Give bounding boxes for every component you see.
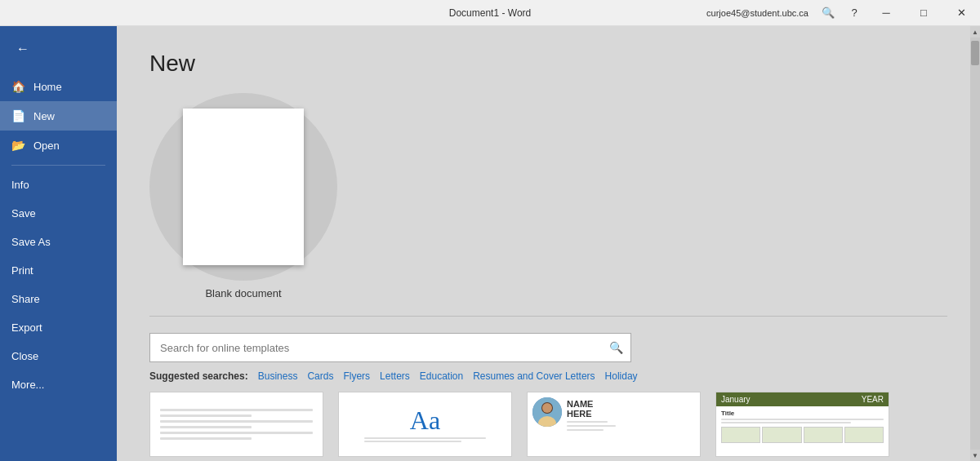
suggested-cards[interactable]: Cards (307, 370, 333, 382)
thumb-cal-year: YEAR (862, 395, 884, 404)
line-3 (160, 420, 313, 423)
template-thumb-2[interactable]: Aa (338, 392, 512, 457)
page-title: New (149, 51, 947, 77)
thumb-sub-1 (567, 421, 608, 423)
back-arrow-icon: ← (16, 42, 29, 56)
thumb-avatar (532, 397, 562, 427)
line-5 (160, 432, 313, 434)
sidebar-item-open[interactable]: 📂 Open (0, 131, 117, 160)
suggested-holiday[interactable]: Holiday (605, 370, 638, 382)
thumb-cal-body: Title (716, 406, 889, 446)
thumb-aa-text: Aa (410, 406, 440, 436)
blank-doc-preview (183, 109, 304, 265)
aa-line-2 (364, 441, 462, 442)
search-bar: 🔍 (149, 333, 631, 362)
close-button[interactable]: ✕ (942, 0, 980, 26)
thumb-cal-header: January YEAR (716, 392, 889, 406)
thumb-sub-2 (567, 425, 616, 427)
blank-doc-label: Blank document (205, 287, 281, 299)
search-magnifier-icon: 🔍 (609, 341, 623, 354)
featured-templates: Blank document (149, 93, 947, 317)
search-section: 🔍 Suggested searches: Business Cards Fly… (149, 333, 947, 382)
new-doc-icon: 📄 (11, 109, 25, 122)
sidebar: ← 🏠 Home 📄 New 📂 Open Info Save Save As … (0, 26, 117, 461)
home-icon: 🏠 (11, 80, 25, 93)
suggested-label: Suggested searches: (149, 370, 248, 382)
maximize-button[interactable]: □ (905, 0, 942, 26)
sidebar-item-print[interactable]: Print (0, 256, 117, 285)
sidebar-item-close[interactable]: Close (0, 342, 117, 370)
sidebar-item-export[interactable]: Export (0, 313, 117, 342)
line-6 (160, 437, 252, 440)
app-container: ← 🏠 Home 📄 New 📂 Open Info Save Save As … (0, 26, 980, 461)
template-thumb-4[interactable]: January YEAR Title (715, 392, 889, 457)
template-thumb-1[interactable] (149, 392, 323, 457)
search-icon[interactable]: 🔍 (815, 0, 841, 26)
aa-line-1 (364, 437, 487, 439)
thumb-cal-line-1 (721, 419, 884, 420)
search-button[interactable]: 🔍 (601, 333, 630, 362)
thumb-cal-month: January (721, 395, 751, 404)
sidebar-divider (11, 165, 105, 166)
open-folder-icon: 📂 (11, 139, 25, 152)
search-input[interactable] (150, 342, 601, 354)
thumb-name-text: NAMEHERE (567, 399, 616, 419)
scroll-thumb[interactable] (971, 41, 979, 65)
thumb-aa-lines (364, 436, 487, 444)
sidebar-item-home-label: Home (33, 81, 62, 93)
sidebar-item-new-label: New (33, 110, 55, 122)
help-icon[interactable]: ? (841, 0, 867, 26)
sidebar-item-save-as[interactable]: Save As (0, 228, 117, 256)
sidebar-item-new[interactable]: 📄 New (0, 101, 117, 131)
sidebar-item-open-label: Open (33, 140, 60, 152)
sidebar-item-more[interactable]: More... (0, 370, 117, 399)
avatar-svg (532, 397, 562, 427)
suggested-letters[interactable]: Letters (380, 370, 410, 382)
scrollbar[interactable]: ▲ ▼ (970, 26, 980, 461)
sidebar-item-share[interactable]: Share (0, 285, 117, 313)
thumb-sub-3 (567, 429, 604, 431)
blank-document-button[interactable]: Blank document (149, 93, 337, 299)
thumb-calendar: January YEAR Title (716, 392, 889, 456)
suggested-business[interactable]: Business (258, 370, 298, 382)
content-inner: New Blank document 🔍 (117, 26, 980, 461)
scroll-down-arrow[interactable]: ▼ (970, 450, 980, 461)
thumb-cal-line-2 (721, 422, 851, 423)
window-title: Document1 - Word (449, 7, 531, 19)
line-1 (160, 409, 313, 411)
suggested-education[interactable]: Education (420, 370, 463, 382)
thumb-name-block: NAMEHERE (567, 397, 616, 431)
scroll-up-arrow[interactable]: ▲ (970, 26, 980, 38)
account-label: curjoe45@student.ubc.ca (706, 8, 808, 18)
line-2 (160, 414, 252, 417)
templates-grid: Aa (149, 392, 947, 457)
suggested-flyers[interactable]: Flyers (343, 370, 370, 382)
title-bar: Document1 - Word curjoe45@student.ubc.ca… (0, 0, 980, 26)
sidebar-item-home[interactable]: 🏠 Home (0, 72, 117, 101)
back-button[interactable]: ← (7, 33, 39, 65)
sidebar-item-info[interactable]: Info (0, 171, 117, 199)
sidebar-item-save[interactable]: Save (0, 199, 117, 228)
circle-background (149, 93, 337, 281)
line-4 (160, 426, 252, 428)
template-thumb-3[interactable]: NAMEHERE (527, 392, 701, 457)
suggested-resumes[interactable]: Resumes and Cover Letters (473, 370, 595, 382)
svg-point-3 (542, 403, 552, 413)
thumb-cal-title-text: Title (721, 410, 884, 417)
thumb-lines (150, 399, 323, 450)
thumb-resume: NAMEHERE (528, 392, 700, 456)
thumb-cal-grid (721, 427, 884, 443)
content-area: New Blank document 🔍 (117, 26, 980, 461)
minimize-button[interactable]: ─ (867, 0, 905, 26)
suggested-searches: Suggested searches: Business Cards Flyer… (149, 370, 947, 382)
